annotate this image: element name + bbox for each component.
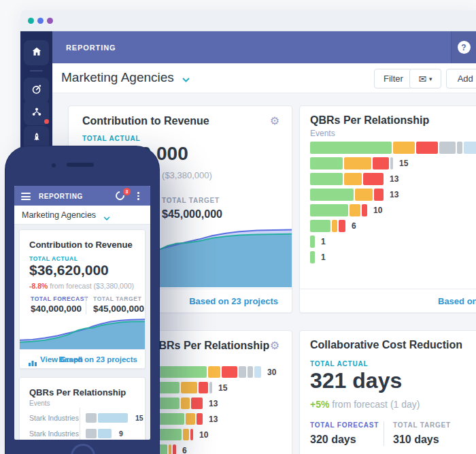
card-qbrs-per-relationship: QBRs Per Relationship Events 30151313106… bbox=[299, 106, 476, 313]
caret-down-icon: ▾ bbox=[429, 76, 432, 82]
bar-chart-icon bbox=[29, 357, 37, 369]
window-dot-purple-icon[interactable] bbox=[47, 18, 53, 24]
total-forecast-value: 320 days bbox=[310, 434, 356, 446]
card-title: QBRs Per Relationship bbox=[29, 387, 126, 398]
rocket-icon bbox=[31, 131, 43, 146]
notification-badge: 3 bbox=[123, 188, 131, 195]
card-title: QBRs Per Relationship bbox=[310, 114, 429, 127]
phone-revenue-area-chart bbox=[20, 317, 146, 349]
filter-button[interactable]: Filter bbox=[374, 69, 413, 88]
phone-card-qbrs: QBRs Per Relationship Events Stark Indus… bbox=[19, 377, 146, 440]
bar-row: Stark Industries Glo...15 bbox=[29, 413, 143, 423]
total-target-value: $45,000,000 bbox=[93, 304, 144, 314]
total-actual-label: TOTAL ACTUAL bbox=[29, 255, 78, 262]
total-target-label: TOTAL TARGET bbox=[393, 421, 451, 429]
phone-camera-icon bbox=[52, 163, 56, 167]
card-title: Contribution to Revenue bbox=[29, 240, 133, 250]
add-new-button[interactable]: Add New bbox=[446, 69, 476, 88]
team-icon bbox=[31, 106, 43, 120]
page-toolbar: Marketing Agencies Filter ✉ ▾ Add New bbox=[52, 63, 476, 93]
gear-icon[interactable]: ⚙ bbox=[270, 116, 279, 127]
help-button[interactable]: ? bbox=[451, 31, 476, 63]
column-divider bbox=[86, 295, 86, 314]
qbrs-bar-chart: 3015131310611 bbox=[310, 142, 476, 267]
delta-text: from forecast ($3,380,000) bbox=[48, 282, 134, 290]
gear-icon[interactable]: ⚙ bbox=[270, 340, 279, 351]
envelope-icon: ✉ bbox=[418, 74, 426, 84]
delta-text: from forecast (1 day) bbox=[329, 399, 420, 410]
delta-percent: +5% bbox=[310, 399, 329, 410]
bar-row: 1 bbox=[310, 236, 476, 248]
phone-dashboard-selector[interactable]: Marketing Agencies bbox=[14, 206, 150, 225]
sidebar-divider bbox=[30, 70, 43, 71]
sidebar-item-home[interactable] bbox=[24, 40, 49, 65]
phone-screen: REPORTING 3 Marketing Agencies Contribut… bbox=[14, 186, 150, 440]
card-title: Contribution to Revenue bbox=[82, 115, 209, 127]
window-dot-blue-icon[interactable] bbox=[37, 18, 44, 24]
card-title: QBRs Per Relationship bbox=[150, 340, 269, 352]
bar-row: 10 bbox=[310, 204, 476, 216]
card-subtitle: Events bbox=[29, 400, 50, 407]
bar-row: 30 bbox=[156, 366, 276, 378]
based-on-link[interactable]: Based on 35 bbox=[438, 296, 476, 306]
total-forecast-label: TOTAL FORECAST bbox=[310, 421, 379, 429]
bar-row: 6 bbox=[156, 444, 276, 454]
card-footer: View Graph Based on 23 projects bbox=[20, 349, 145, 369]
card-footer: Based on 35 bbox=[300, 289, 476, 312]
phone-qbrs-bar-chart: Stark Industries Glo...15Stark Industrie… bbox=[29, 413, 143, 440]
total-target-value: 310 days bbox=[393, 434, 439, 446]
phone-speaker-icon bbox=[67, 163, 94, 167]
bar-row: 15 bbox=[310, 157, 476, 169]
delta-line: +5% from forecast (1 day) bbox=[310, 399, 420, 410]
screenshot-stage: REPORTING ? Marketing Agencies Filter ✉ … bbox=[0, 0, 476, 454]
phone-home-button[interactable] bbox=[71, 444, 95, 454]
browser-titlebar bbox=[20, 10, 476, 31]
app-header-title: REPORTING bbox=[66, 44, 116, 52]
bar-row: 13 bbox=[310, 189, 476, 201]
window-dot-teal-icon[interactable] bbox=[28, 18, 34, 24]
card-subtitle: Events bbox=[310, 129, 335, 138]
card-title: Collaborative Cost Reduction bbox=[310, 339, 462, 351]
home-icon bbox=[31, 46, 43, 61]
total-target-label: TOTAL TARGET bbox=[162, 197, 220, 204]
total-forecast-label: TOTAL FORECAST bbox=[31, 295, 88, 302]
total-target-label: TOTAL TARGET bbox=[93, 295, 141, 302]
column-divider bbox=[384, 421, 384, 446]
bar-row: 15 bbox=[156, 382, 276, 393]
total-actual-value: $36,620,000 bbox=[29, 262, 109, 278]
total-target-value: $45,000,000 bbox=[162, 208, 222, 221]
based-on-link[interactable]: Based on 23 projects bbox=[58, 355, 137, 363]
total-actual-value: 321 days bbox=[310, 368, 402, 393]
help-icon: ? bbox=[458, 41, 471, 54]
phone-app-header: REPORTING 3 bbox=[14, 186, 150, 206]
bar-row: 13 bbox=[156, 398, 276, 409]
bar-row: 30 bbox=[310, 142, 476, 154]
sidebar-item-mywork[interactable] bbox=[24, 78, 49, 103]
dashboard-selector[interactable]: Marketing Agencies bbox=[61, 70, 190, 85]
phone-card-contribution: Contribution to Revenue TOTAL ACTUAL $36… bbox=[19, 229, 146, 369]
card-collaborative-cost-reduction: Collaborative Cost Reduction TOTAL ACTUA… bbox=[299, 330, 476, 454]
bar-row: 1 bbox=[310, 251, 476, 263]
chevron-down-icon bbox=[182, 71, 190, 86]
hamburger-menu-icon[interactable] bbox=[21, 193, 31, 202]
phone-mockup: REPORTING 3 Marketing Agencies Contribut… bbox=[5, 146, 159, 454]
based-on-link[interactable]: Based on 23 projects bbox=[189, 296, 278, 306]
mail-dropdown-button[interactable]: ✉ ▾ bbox=[409, 69, 441, 88]
dashboard-title: Marketing Agencies bbox=[61, 70, 174, 84]
notification-dot bbox=[44, 119, 49, 124]
phone-header-title: REPORTING bbox=[39, 193, 83, 200]
timer-icon bbox=[31, 83, 43, 98]
phone-dashboard-title: Marketing Agencies bbox=[22, 210, 96, 220]
delta-line: -8.8% from forecast ($3,380,000) bbox=[29, 282, 134, 290]
kebab-menu-icon[interactable] bbox=[137, 192, 139, 200]
total-forecast-value: $40,000,000 bbox=[31, 304, 82, 314]
qbrs-bar-chart-small: 30151313106 bbox=[156, 366, 276, 454]
bar-row: 13 bbox=[310, 173, 476, 185]
total-actual-label: TOTAL ACTUAL bbox=[82, 135, 140, 142]
delta-percent: -8.8% bbox=[29, 282, 48, 290]
bar-row: 13 bbox=[156, 413, 276, 425]
chevron-down-icon bbox=[103, 212, 110, 224]
app-header: REPORTING ? bbox=[52, 31, 476, 63]
bar-row: Stark Industries APAC9 bbox=[29, 429, 143, 438]
total-actual-label: TOTAL ACTUAL bbox=[310, 360, 368, 368]
